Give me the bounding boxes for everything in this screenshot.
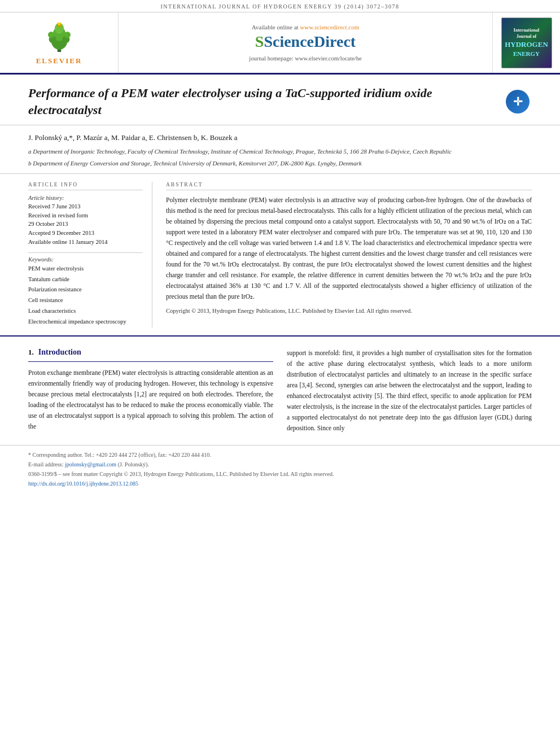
received-revised-label: Received in revised form — [28, 211, 143, 220]
keyword-2: Tantalum carbide — [28, 274, 143, 285]
keyword-3: Polarization resistance — [28, 285, 143, 295]
introduction-left-text: Proton exchange membrane (PEM) water ele… — [28, 368, 273, 432]
abstract-text: Polymer electrolyte membrane (PEM) water… — [166, 195, 532, 302]
elsevier-logo-area: ELSEVIER — [0, 12, 119, 73]
sciencedirect-url[interactable]: www.sciencedirect.com — [300, 24, 359, 30]
introduction-right-text: support is morefold: first, it provides … — [287, 348, 532, 434]
banner: ELSEVIER Available online at www.science… — [0, 12, 560, 75]
affiliation-a: a Department of Inorganic Technology, Fa… — [28, 147, 532, 157]
authors-list: J. Polonský a,*, P. Mazúr a, M. Paidar a… — [28, 131, 532, 144]
body-right-column: support is morefold: first, it provides … — [287, 348, 532, 434]
journal-header: International Journal of Hydrogen Energy… — [0, 0, 560, 12]
keyword-1: PEM water electrolysis — [28, 264, 143, 274]
received-date: Received 7 June 2013 — [28, 202, 143, 211]
doi-link[interactable]: http://dx.doi.org/10.1016/j.ijhydene.201… — [28, 480, 138, 487]
journal-name: International Journal of Hydrogen Energy… — [160, 3, 399, 10]
footer-email[interactable]: jpolonsky@gmail.com — [65, 461, 116, 468]
journal-homepage: journal homepage: www.elsevier.com/locat… — [249, 55, 361, 62]
section-1-title: Introduction — [38, 348, 81, 357]
journal-cover: International Journal of HYDROGEN ENERGY — [501, 18, 552, 68]
info-abstract-section: Article Info Article history: Received 7… — [0, 174, 560, 337]
elsevier-tree-logo — [37, 20, 82, 54]
title-section: Performance of a PEM water electrolyser … — [0, 75, 560, 125]
journal-cover-text: International Journal of HYDROGEN ENERGY — [505, 27, 548, 59]
crossmark-icon: ✛ — [506, 90, 530, 113]
footer-section: * Corresponding author. Tel.: +420 220 4… — [0, 445, 560, 493]
article-title: Performance of a PEM water electrolyser … — [28, 85, 480, 118]
svg-point-7 — [64, 32, 70, 38]
body-left-column: 1. Introduction Proton exchange membrane… — [28, 348, 273, 434]
copyright-text: Copyright © 2013, Hydrogen Energy Public… — [166, 307, 532, 316]
section-1-number: 1. — [28, 348, 34, 357]
footer-issn: 0360-3199/$ – see front matter Copyright… — [28, 469, 532, 479]
keyword-6: Electrochemical impedance spectroscopy — [28, 317, 143, 327]
sciencedirect-brand: SScienceDirect — [255, 33, 356, 51]
banner-center: Available online at www.sciencedirect.co… — [119, 12, 492, 73]
keyword-5: Load characteristics — [28, 306, 143, 317]
abstract-title: Abstract — [166, 182, 532, 190]
article-info-title: Article Info — [28, 182, 143, 190]
footer-corresponding: * Corresponding author. Tel.: +420 220 4… — [28, 450, 532, 460]
elsevier-label: ELSEVIER — [36, 56, 82, 65]
affiliation-b: b Department of Energy Conversion and St… — [28, 159, 532, 169]
keyword-4: Cell resistance — [28, 295, 143, 306]
available-online-date: Available online 11 January 2014 — [28, 238, 143, 247]
authors-section: J. Polonský a,*, P. Mazúr a, M. Paidar a… — [0, 125, 560, 174]
article-history-label: Article history: — [28, 195, 143, 201]
keywords-label: Keywords: — [28, 256, 143, 263]
available-online-text: Available online at www.sciencedirect.co… — [252, 24, 360, 30]
svg-point-6 — [48, 32, 54, 38]
keywords-list: PEM water electrolysis Tantalum carbide … — [28, 264, 143, 327]
received-revised-date: 29 October 2013 — [28, 220, 143, 229]
article-info-panel: Article Info Article history: Received 7… — [28, 182, 152, 327]
journal-cover-area: International Journal of HYDROGEN ENERGY — [492, 12, 560, 73]
svg-point-9 — [58, 23, 60, 25]
abstract-panel: Abstract Polymer electrolyte membrane (P… — [166, 182, 532, 327]
footer-doi: http://dx.doi.org/10.1016/j.ijhydene.201… — [28, 479, 532, 488]
body-content: 1. Introduction Proton exchange membrane… — [0, 337, 560, 445]
crossmark[interactable]: ✛ — [504, 88, 532, 116]
accepted-date: Accepted 9 December 2013 — [28, 229, 143, 238]
footer-email-line: E-mail address: jpolonsky@gmail.com (J. … — [28, 460, 532, 469]
